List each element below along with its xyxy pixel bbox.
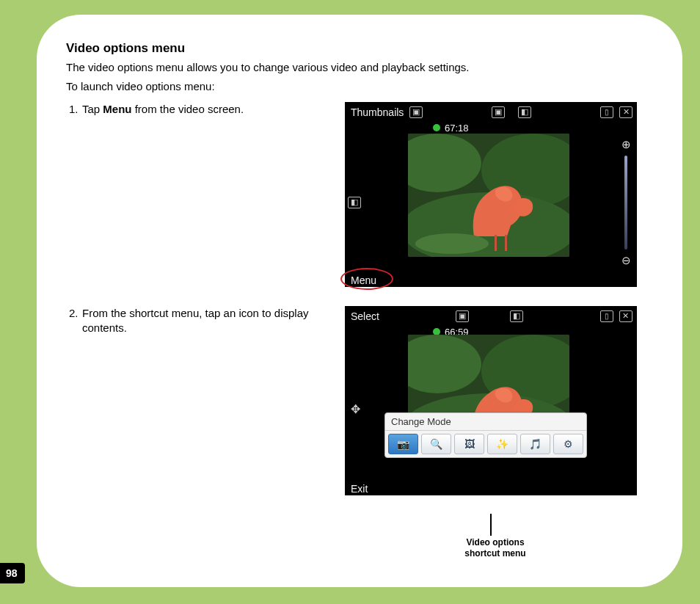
- screenshot-1-topbar: Thumbnails: [345, 102, 637, 121]
- step-1-post: from the video screen.: [132, 103, 244, 115]
- step-1-number: 1.: [69, 102, 82, 117]
- record-indicator-icon: [433, 124, 440, 131]
- screenshot-2-bottombar: Exit: [345, 480, 637, 499]
- popup-icon-row: 📷 🔍 🖼 ✨ 🎵 ⚙: [385, 431, 586, 457]
- popup-effects-button[interactable]: ✨: [487, 434, 517, 454]
- screenshot-2-topbar: Select: [345, 306, 637, 325]
- callout-line2: shortcut menu: [464, 548, 525, 558]
- popup-settings-button[interactable]: ⚙: [553, 434, 583, 454]
- screenshot-1-timer: 67:18: [445, 123, 469, 134]
- svg-point-6: [415, 233, 489, 254]
- signal-icon: [600, 310, 613, 322]
- svg-rect-4: [495, 235, 497, 251]
- callout-label: Video options shortcut menu: [433, 537, 558, 559]
- screenshot-1-bottombar: Menu: [345, 272, 637, 291]
- move-icon[interactable]: ✥: [351, 401, 360, 415]
- step-1-bold: Menu: [103, 103, 131, 115]
- screenshot-1: Thumbnails 67:18: [345, 102, 637, 287]
- zoom-out-icon[interactable]: ⊖: [619, 254, 632, 267]
- page-number-badge: 98: [0, 563, 25, 583]
- popup-title: Change Mode: [385, 413, 586, 431]
- steps-area: 1.Tap Menu from the video screen. Thumbn…: [66, 102, 657, 495]
- popup-image-button[interactable]: 🖼: [454, 434, 484, 454]
- popup-zoom-button[interactable]: 🔍: [421, 434, 451, 454]
- zoom-in-icon[interactable]: ⊕: [619, 138, 632, 151]
- close-icon[interactable]: [619, 310, 632, 322]
- screenshot-1-menu-button[interactable]: Menu: [351, 274, 376, 286]
- step-2-pre: From the shortcut menu, tap an icon to d…: [82, 307, 309, 334]
- close-icon[interactable]: [619, 106, 632, 118]
- screenshot-2: Select 66:59: [345, 306, 637, 495]
- manual-page-card: Video options menu The video options men…: [37, 15, 682, 587]
- screenshot-2-image-area: ✥: [345, 338, 637, 480]
- switch-icon[interactable]: [348, 197, 361, 208]
- camera-mode-icon[interactable]: [456, 310, 469, 322]
- storage-icon: [518, 106, 531, 118]
- callout-line1: Video options: [466, 537, 524, 547]
- step-2-row: 2.From the shortcut menu, tap an icon to…: [66, 306, 657, 495]
- zoom-track[interactable]: [624, 156, 627, 250]
- signal-icon: [600, 106, 613, 118]
- step-1-text: 1.Tap Menu from the video screen.: [66, 102, 330, 117]
- camera-mode-icon[interactable]: [492, 106, 505, 118]
- screenshot-1-thumbnails-label[interactable]: Thumbnails: [351, 106, 404, 118]
- svg-rect-5: [505, 235, 507, 251]
- step-2-text: 2.From the shortcut menu, tap an icon to…: [66, 306, 330, 336]
- screenshot-2-select-label[interactable]: Select: [351, 310, 379, 322]
- section-intro: The video options menu allows you to cha…: [66, 60, 657, 75]
- screenshot-1-preview-image: [408, 134, 569, 257]
- step-1-row: 1.Tap Menu from the video screen. Thumbn…: [66, 102, 657, 287]
- video-options-shortcut-popup: Change Mode 📷 🔍 🖼 ✨ 🎵 ⚙: [384, 412, 587, 458]
- camera-icon: [409, 106, 423, 118]
- screenshot-1-timer-row: 67:18: [345, 123, 637, 134]
- popup-audio-button[interactable]: 🎵: [520, 434, 550, 454]
- section-title: Video options menu: [66, 41, 657, 56]
- callout-leader-line: [490, 514, 492, 536]
- step-1-pre: Tap: [82, 103, 103, 115]
- section-launch-prompt: To launch video options menu:: [66, 79, 657, 94]
- screenshot-1-left-control[interactable]: [348, 197, 361, 208]
- step-2-number: 2.: [69, 306, 82, 321]
- popup-camera-button[interactable]: 📷: [388, 434, 418, 454]
- screenshot-1-zoom-bar[interactable]: ⊕ ⊖: [619, 138, 632, 267]
- storage-icon: [510, 310, 523, 322]
- screenshot-2-exit-button[interactable]: Exit: [351, 483, 368, 495]
- screenshot-1-image-area: ⊕ ⊖: [345, 134, 637, 272]
